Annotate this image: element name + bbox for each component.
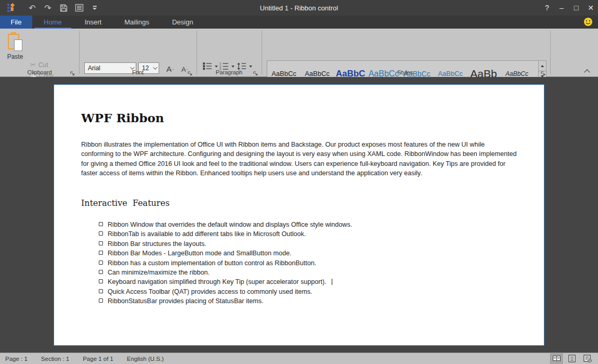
tab-insert[interactable]: Insert — [73, 16, 113, 29]
view-switcher — [550, 354, 594, 363]
document-subheading: Interactive Features — [81, 198, 170, 208]
status-language[interactable]: English (U.S.) — [127, 356, 164, 362]
status-section[interactable]: Section : 1 — [41, 356, 69, 362]
save-icon[interactable] — [57, 2, 70, 14]
print-layout-icon[interactable] — [566, 354, 578, 363]
font-dialog-launcher-icon[interactable] — [187, 69, 193, 75]
ribbon-tab-row: File Home Insert Mailings Design — [0, 16, 598, 29]
document-title: WPF Ribbon — [81, 111, 164, 125]
ribbon-window: { "window": { "title": "Untitled 1 - Rib… — [0, 0, 598, 364]
quick-access-toolbar: ↶ ↷ — [26, 2, 97, 14]
paragraph-group-label: Paragraph — [197, 69, 262, 75]
read-mode-icon[interactable] — [550, 354, 563, 363]
cut-icon: ✂ — [30, 61, 36, 69]
styles-group-label: Styles — [262, 69, 549, 75]
chevron-down-icon — [215, 66, 218, 68]
paragraph-dialog-launcher-icon[interactable] — [253, 69, 258, 75]
cut-button[interactable]: ✂ Cut — [30, 60, 48, 70]
title-bar: ↶ ↷ Untitled 1 - Ribbon control ? – □ ✕ — [0, 0, 598, 16]
help-button[interactable]: ? — [540, 0, 554, 16]
close-button[interactable]: ✕ — [583, 0, 598, 16]
font-group-label: Font — [79, 69, 197, 75]
clipboard-group-label: Clipboard — [0, 69, 79, 75]
list-item: Ribbon has a custom implementation of bu… — [99, 258, 352, 268]
square-bullet-icon — [99, 251, 103, 255]
undo-icon[interactable]: ↶ — [26, 2, 38, 14]
list-item: RibbonStatusBar provides placing of Stat… — [99, 296, 352, 306]
list-item: Quick Access Toolbar (QAT) provides acce… — [99, 287, 352, 296]
chevron-down-icon — [231, 66, 235, 68]
square-bullet-icon — [99, 261, 103, 265]
collapse-ribbon-icon[interactable] — [585, 69, 590, 73]
square-bullet-icon — [99, 222, 103, 226]
document-paragraph: Ribbon illustrates the implementation of… — [81, 140, 518, 178]
square-bullet-icon — [99, 270, 103, 274]
paste-label: Paste — [7, 53, 23, 60]
document-page[interactable]: WPF Ribbon Ribbon illustrates the implem… — [54, 84, 544, 346]
app-logo-icon[interactable] — [7, 4, 16, 12]
maximize-button[interactable]: □ — [569, 0, 583, 16]
window-controls: ? – □ ✕ — [540, 0, 598, 16]
styles-dialog-launcher-icon[interactable] — [540, 69, 546, 75]
status-page[interactable]: Page : 1 — [5, 356, 28, 362]
feature-list: Ribbon Window that overrides the default… — [99, 220, 352, 306]
text-cursor — [332, 279, 332, 285]
qat-customize-dropdown-icon[interactable] — [93, 6, 97, 10]
redo-icon[interactable]: ↷ — [42, 2, 54, 14]
list-item: RibbonTab is available to add different … — [99, 229, 352, 239]
list-item: Ribbon Bar Modes - LargeButton mode and … — [99, 249, 352, 258]
tab-mailings[interactable]: Mailings — [113, 16, 161, 29]
document-area[interactable]: WPF Ribbon Ribbon illustrates the implem… — [0, 77, 598, 353]
tab-design[interactable]: Design — [161, 16, 204, 29]
list-item: Can minimize/maximize the ribbon. — [99, 268, 352, 277]
square-bullet-icon — [99, 289, 103, 293]
status-bar: Page : 1 Section : 1 Page 1 of 1 English… — [0, 353, 598, 364]
list-item: Ribbon Bar structures the layouts. — [99, 239, 352, 249]
paste-icon — [8, 33, 22, 51]
square-bullet-icon — [99, 241, 103, 245]
list-item: Ribbon Window that overrides the default… — [99, 220, 352, 229]
touch-mode-icon[interactable] — [73, 2, 85, 14]
minimize-button[interactable]: – — [554, 0, 569, 16]
web-layout-icon[interactable] — [581, 354, 594, 363]
ribbon: Paste ✂ Cut Copy Format Painter Clipboar… — [0, 29, 598, 77]
square-bullet-icon — [99, 298, 103, 303]
chevron-down-icon — [249, 66, 252, 68]
tab-file[interactable]: File — [0, 16, 32, 29]
status-page-of[interactable]: Page 1 of 1 — [83, 356, 113, 362]
paste-button[interactable]: Paste — [4, 32, 26, 69]
tab-home[interactable]: Home — [32, 16, 73, 29]
clipboard-dialog-launcher-icon[interactable] — [70, 69, 75, 75]
square-bullet-icon — [99, 231, 103, 236]
list-item: Keyboard navigation simplified through K… — [99, 277, 352, 287]
square-bullet-icon — [99, 279, 103, 283]
smiley-icon[interactable] — [583, 17, 593, 27]
